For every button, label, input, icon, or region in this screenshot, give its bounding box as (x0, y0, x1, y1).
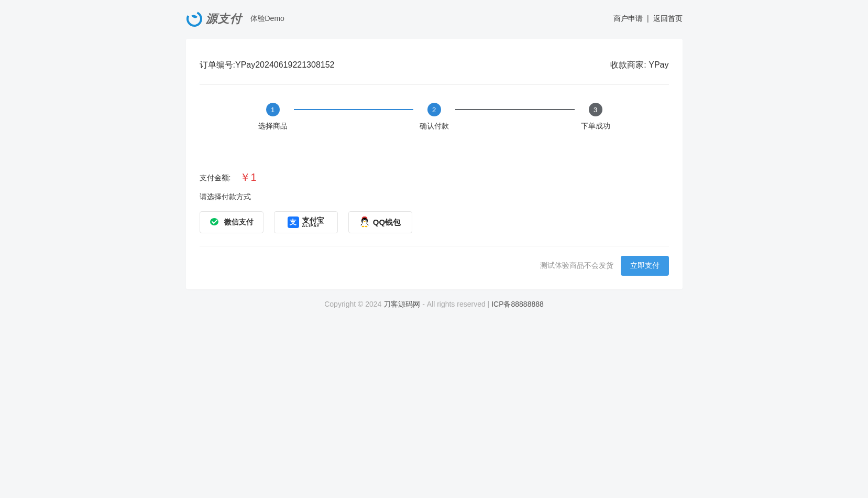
select-method-prompt: 请选择付款方式 (200, 192, 669, 211)
alipay-zhi-char: 支 (290, 218, 296, 227)
home-link[interactable]: 返回首页 (653, 14, 683, 23)
step-3-circle: 3 (589, 103, 602, 116)
alipay-cn: 支付宝 (302, 216, 324, 224)
wechat-icon (210, 217, 221, 228)
svg-point-1 (210, 218, 218, 225)
step-1-label: 选择商品 (258, 122, 288, 131)
logo-text: 源支付 (206, 11, 242, 27)
logo[interactable]: 源支付 (186, 10, 242, 27)
payment-options: 微信支付 支 支付宝 ALIPAY (200, 211, 669, 246)
site-name-link[interactable]: 刀客源码网 (383, 300, 420, 308)
step-line-1 (294, 109, 413, 110)
step-2-label: 确认付款 (420, 122, 449, 131)
step-1-circle: 1 (266, 103, 280, 116)
step-3: 3 下单成功 (575, 103, 617, 131)
step-2-circle: 2 (427, 103, 441, 116)
svg-point-6 (363, 220, 364, 221)
svg-point-0 (186, 10, 203, 27)
step-line-2 (455, 109, 575, 110)
order-label: 订单编号: (200, 60, 235, 69)
svg-point-8 (364, 221, 366, 222)
svg-point-10 (365, 226, 367, 227)
icp-link[interactable]: ICP备88888888 (491, 300, 544, 308)
header-bar: 源支付 体验Demo 商户申请 | 返回首页 (186, 0, 683, 39)
wechat-label: 微信支付 (224, 218, 254, 227)
step-2: 2 确认付款 (413, 103, 455, 131)
amount-label: 支付金额: (200, 174, 231, 183)
shipping-note: 测试体验商品不会发货 (540, 261, 613, 270)
svg-point-9 (361, 226, 364, 227)
pay-option-alipay[interactable]: 支 支付宝 ALIPAY (274, 211, 338, 233)
page-footer: Copyright © 2024 刀客源码网 - All rights rese… (186, 289, 683, 330)
step-1: 1 选择商品 (252, 103, 294, 131)
qq-icon (359, 216, 370, 228)
amount-row: 支付金额: ￥1 (200, 168, 669, 192)
order-number: 订单编号:YPay20240619221308152 (200, 60, 335, 71)
merchant-apply-link[interactable]: 商户申请 (613, 14, 643, 23)
action-row: 测试体验商品不会发货 立即支付 (200, 246, 669, 276)
alipay-icon: 支 (288, 216, 299, 228)
merchant-name: YPay (649, 60, 668, 69)
amount-value: ￥1 (240, 170, 256, 185)
logo-mark-icon (186, 10, 203, 27)
qq-label: QQ钱包 (373, 218, 401, 228)
rights-text: - All rights reserved | (420, 300, 491, 308)
merchant-label: 收款商家: (610, 60, 646, 69)
steps: 1 选择商品 2 确认付款 3 下单成功 (200, 85, 669, 168)
svg-point-7 (365, 220, 366, 221)
header-right: 商户申请 | 返回首页 (613, 14, 682, 24)
step-3-label: 下单成功 (581, 122, 610, 131)
order-row: 订单编号:YPay20240619221308152 收款商家: YPay (200, 60, 669, 84)
alipay-label-group: 支付宝 ALIPAY (302, 216, 324, 228)
merchant-info: 收款商家: YPay (610, 60, 668, 71)
pay-option-qq[interactable]: QQ钱包 (348, 211, 412, 233)
copyright-prefix: Copyright © 2024 (324, 300, 383, 308)
header-left: 源支付 体验Demo (186, 10, 284, 27)
pay-now-button[interactable]: 立即支付 (621, 256, 669, 276)
header-separator: | (647, 14, 649, 23)
demo-label: 体验Demo (250, 14, 284, 24)
order-no-value: YPay20240619221308152 (235, 60, 335, 69)
alipay-en: ALIPAY (302, 224, 324, 228)
pay-option-wechat[interactable]: 微信支付 (200, 211, 263, 233)
payment-card: 订单编号:YPay20240619221308152 收款商家: YPay 1 … (186, 39, 683, 289)
